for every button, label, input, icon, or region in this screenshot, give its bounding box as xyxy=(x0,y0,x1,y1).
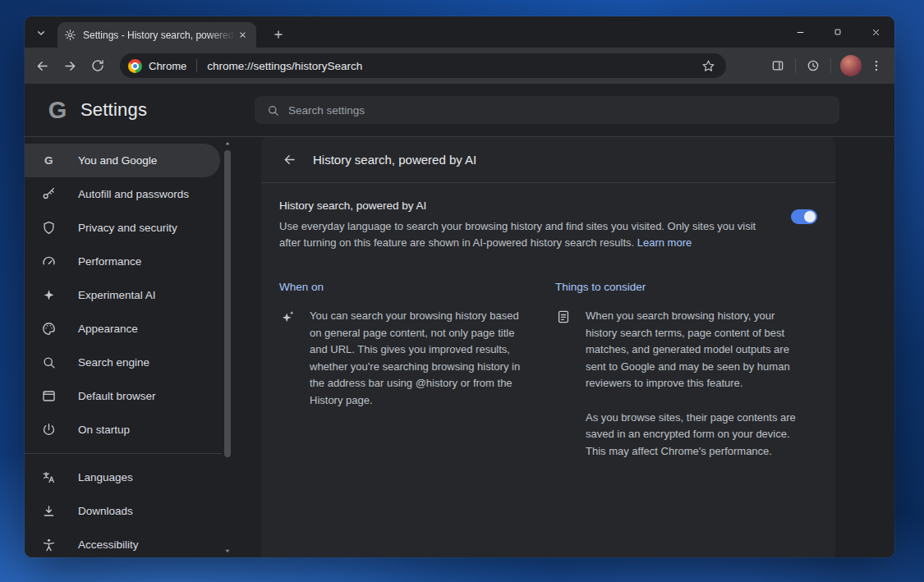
tab-close-icon[interactable] xyxy=(235,28,250,43)
sidebar-item-label: Search engine xyxy=(78,356,149,369)
window-controls xyxy=(781,16,894,48)
shield-icon xyxy=(41,220,57,236)
menu-kebab-icon[interactable] xyxy=(865,54,888,77)
history-search-toggle[interactable] xyxy=(791,209,817,224)
history-search-card: History search, powered by AI History se… xyxy=(261,137,835,557)
sidebar-divider xyxy=(25,453,222,454)
key-icon xyxy=(41,186,57,202)
settings-body: G You and Google Autofill and passwords … xyxy=(25,137,894,557)
considerations-paragraph-2: As you browse sites, their page contents… xyxy=(586,410,806,461)
sidebar-item-label: Default browser xyxy=(78,390,156,402)
settings-header: G Settings xyxy=(25,84,894,137)
sidebar-item-languages[interactable]: Languages xyxy=(25,461,220,494)
side-panel-icon[interactable] xyxy=(766,54,789,77)
active-tab[interactable]: Settings - History search, powered by AI xyxy=(57,22,256,48)
sidebar-item-appearance[interactable]: Appearance xyxy=(25,312,220,346)
sidebar-item-privacy[interactable]: Privacy and security xyxy=(25,211,220,245)
chip-divider xyxy=(196,59,197,72)
tab-search-caret-icon[interactable] xyxy=(31,23,51,43)
speedometer-icon xyxy=(41,254,57,269)
translate-icon xyxy=(41,470,57,485)
minimize-button[interactable] xyxy=(781,16,819,48)
magnifier-icon xyxy=(41,355,57,370)
palette-icon xyxy=(41,321,57,337)
scroll-down-icon[interactable] xyxy=(223,547,232,555)
subpage-title: History search, powered by AI xyxy=(313,153,476,167)
sidebar-item-label: Appearance xyxy=(78,323,138,335)
toolbar-divider xyxy=(830,58,831,73)
settings-content: History search, powered by AI History se… xyxy=(233,137,894,557)
considerations-heading: Things to consider xyxy=(555,281,806,293)
settings-sidebar: G You and Google Autofill and passwords … xyxy=(25,137,222,557)
info-columns: When on You can search your browsing his… xyxy=(261,266,835,460)
browser-toolbar: Chrome chrome://settings/historySearch xyxy=(25,48,894,84)
history-icon[interactable] xyxy=(802,54,825,77)
toolbar-divider xyxy=(795,58,796,73)
toggle-text-block: History search, powered by AI Use everyd… xyxy=(279,199,772,251)
sidebar-item-label: You and Google xyxy=(78,154,157,167)
google-logo: G xyxy=(43,97,72,124)
toggle-title: History search, powered by AI xyxy=(279,199,772,212)
subpage-heading-row: History search, powered by AI xyxy=(261,137,835,183)
toggle-description: Use everyday language to search your bro… xyxy=(279,218,772,251)
address-bar[interactable]: Chrome chrome://settings/historySearch xyxy=(120,53,726,78)
when-on-paragraph: You can search your browsing history bas… xyxy=(310,308,526,409)
page-title: Settings xyxy=(80,99,147,121)
sidebar-item-label: Experimental AI xyxy=(78,289,156,301)
considerations-column: Things to consider When you search brows… xyxy=(555,281,806,460)
reload-icon[interactable] xyxy=(84,52,112,80)
history-search-toggle-row: History search, powered by AI Use everyd… xyxy=(261,183,835,266)
accessibility-icon xyxy=(41,537,57,552)
sidebar-item-accessibility[interactable]: Accessibility xyxy=(25,528,220,557)
close-button[interactable] xyxy=(857,16,894,48)
sidebar-item-search-engine[interactable]: Search engine xyxy=(25,346,220,379)
search-input[interactable] xyxy=(288,104,828,117)
toolbar-right-cluster xyxy=(766,54,888,77)
learn-more-link[interactable]: Learn more xyxy=(637,236,692,249)
sidebar-item-default-browser[interactable]: Default browser xyxy=(25,379,220,413)
considerations-text: When you search browsing history, your h… xyxy=(586,308,806,460)
settings-gear-favicon xyxy=(64,29,76,41)
download-icon xyxy=(41,503,57,519)
url-text[interactable]: chrome://settings/historySearch xyxy=(207,60,698,72)
when-on-heading: When on xyxy=(279,281,526,293)
considerations-paragraph-1: When you search browsing history, your h… xyxy=(586,308,806,392)
power-icon xyxy=(41,422,57,438)
maximize-button[interactable] xyxy=(819,16,857,48)
search-icon xyxy=(266,103,280,117)
sidebar-item-label: Accessibility xyxy=(78,538,139,551)
sidebar-item-autofill[interactable]: Autofill and passwords xyxy=(25,177,220,211)
when-on-text: You can search your browsing history bas… xyxy=(310,308,526,409)
sparkle-icon xyxy=(41,287,57,303)
sidebar-item-label: Downloads xyxy=(78,505,133,517)
new-tab-button[interactable] xyxy=(268,24,289,45)
desktop-wallpaper: { "tabstrip": { "tab_title": "Settings -… xyxy=(0,0,924,582)
sidebar-item-downloads[interactable]: Downloads xyxy=(25,494,220,528)
scroll-up-icon[interactable] xyxy=(223,140,232,148)
sidebar-item-performance[interactable]: Performance xyxy=(25,245,220,278)
bookmark-star-icon[interactable] xyxy=(698,56,718,76)
sidebar-item-you-and-google[interactable]: G You and Google xyxy=(25,144,220,177)
back-arrow-icon[interactable] xyxy=(279,150,299,170)
forward-icon[interactable] xyxy=(56,52,84,80)
settings-search[interactable] xyxy=(255,96,839,124)
tab-title: Settings - History search, powered by AI xyxy=(83,30,235,41)
sidebar-item-label: Privacy and security xyxy=(78,222,177,234)
tab-strip: Settings - History search, powered by AI xyxy=(25,16,894,48)
profile-avatar[interactable] xyxy=(840,55,862,76)
chrome-logo-icon xyxy=(128,59,142,73)
notes-icon xyxy=(555,309,572,460)
sidebar-scrollbar[interactable] xyxy=(222,137,233,557)
sidebar-item-label: Performance xyxy=(78,255,141,268)
browser-icon xyxy=(41,388,57,404)
sidebar-item-experimental-ai[interactable]: Experimental AI xyxy=(25,278,220,312)
sidebar-item-on-startup[interactable]: On startup xyxy=(25,413,220,447)
browser-window: Settings - History search, powered by AI xyxy=(25,16,894,557)
site-chip-label: Chrome xyxy=(149,60,186,72)
google-g-icon: G xyxy=(41,153,57,168)
svg-text:G: G xyxy=(44,154,53,167)
back-icon[interactable] xyxy=(28,52,56,80)
scrollbar-thumb[interactable] xyxy=(224,150,231,457)
sidebar-item-label: Languages xyxy=(78,471,133,483)
sparkle-icon xyxy=(279,309,296,409)
